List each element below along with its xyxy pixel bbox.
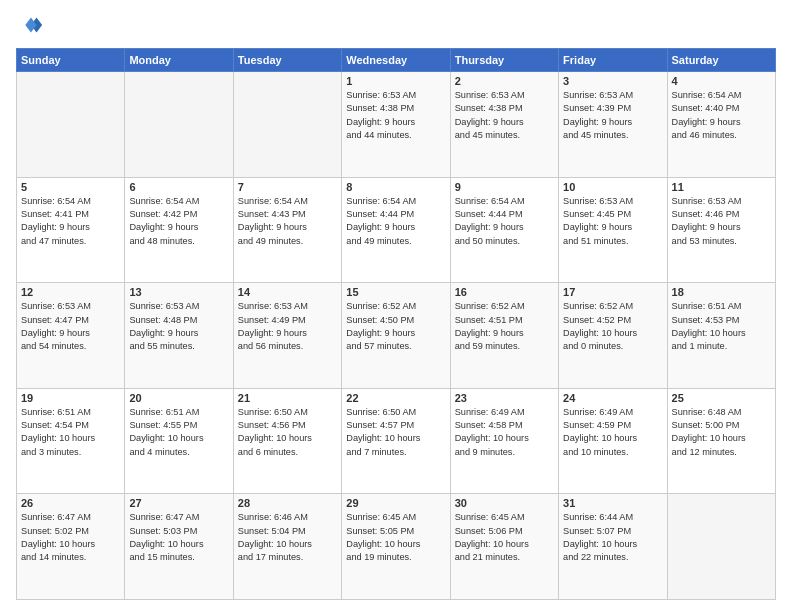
day-info: Sunrise: 6:52 AM Sunset: 4:50 PM Dayligh… xyxy=(346,300,445,353)
calendar-cell: 12Sunrise: 6:53 AM Sunset: 4:47 PM Dayli… xyxy=(17,283,125,389)
calendar-week: 19Sunrise: 6:51 AM Sunset: 4:54 PM Dayli… xyxy=(17,388,776,494)
weekday-header: Sunday xyxy=(17,49,125,72)
calendar-cell: 30Sunrise: 6:45 AM Sunset: 5:06 PM Dayli… xyxy=(450,494,558,600)
day-info: Sunrise: 6:53 AM Sunset: 4:47 PM Dayligh… xyxy=(21,300,120,353)
day-info: Sunrise: 6:53 AM Sunset: 4:45 PM Dayligh… xyxy=(563,195,662,248)
weekday-header: Monday xyxy=(125,49,233,72)
calendar-cell: 16Sunrise: 6:52 AM Sunset: 4:51 PM Dayli… xyxy=(450,283,558,389)
weekday-header: Thursday xyxy=(450,49,558,72)
day-number: 7 xyxy=(238,181,337,193)
day-info: Sunrise: 6:53 AM Sunset: 4:49 PM Dayligh… xyxy=(238,300,337,353)
calendar-cell: 19Sunrise: 6:51 AM Sunset: 4:54 PM Dayli… xyxy=(17,388,125,494)
day-info: Sunrise: 6:53 AM Sunset: 4:38 PM Dayligh… xyxy=(455,89,554,142)
day-info: Sunrise: 6:53 AM Sunset: 4:39 PM Dayligh… xyxy=(563,89,662,142)
calendar-week: 26Sunrise: 6:47 AM Sunset: 5:02 PM Dayli… xyxy=(17,494,776,600)
calendar-cell: 25Sunrise: 6:48 AM Sunset: 5:00 PM Dayli… xyxy=(667,388,775,494)
day-info: Sunrise: 6:51 AM Sunset: 4:55 PM Dayligh… xyxy=(129,406,228,459)
day-number: 6 xyxy=(129,181,228,193)
logo-icon xyxy=(16,12,44,40)
calendar-cell: 17Sunrise: 6:52 AM Sunset: 4:52 PM Dayli… xyxy=(559,283,667,389)
day-number: 24 xyxy=(563,392,662,404)
day-info: Sunrise: 6:49 AM Sunset: 4:58 PM Dayligh… xyxy=(455,406,554,459)
day-number: 29 xyxy=(346,497,445,509)
header xyxy=(16,12,776,40)
day-info: Sunrise: 6:54 AM Sunset: 4:40 PM Dayligh… xyxy=(672,89,771,142)
calendar-cell xyxy=(667,494,775,600)
day-info: Sunrise: 6:52 AM Sunset: 4:51 PM Dayligh… xyxy=(455,300,554,353)
day-number: 21 xyxy=(238,392,337,404)
weekday-header: Friday xyxy=(559,49,667,72)
calendar-cell: 24Sunrise: 6:49 AM Sunset: 4:59 PM Dayli… xyxy=(559,388,667,494)
day-info: Sunrise: 6:54 AM Sunset: 4:41 PM Dayligh… xyxy=(21,195,120,248)
calendar-cell: 29Sunrise: 6:45 AM Sunset: 5:05 PM Dayli… xyxy=(342,494,450,600)
day-number: 9 xyxy=(455,181,554,193)
weekday-header: Tuesday xyxy=(233,49,341,72)
calendar-table: SundayMondayTuesdayWednesdayThursdayFrid… xyxy=(16,48,776,600)
day-number: 28 xyxy=(238,497,337,509)
day-number: 18 xyxy=(672,286,771,298)
day-number: 19 xyxy=(21,392,120,404)
calendar-cell: 27Sunrise: 6:47 AM Sunset: 5:03 PM Dayli… xyxy=(125,494,233,600)
day-info: Sunrise: 6:53 AM Sunset: 4:38 PM Dayligh… xyxy=(346,89,445,142)
calendar-cell: 1Sunrise: 6:53 AM Sunset: 4:38 PM Daylig… xyxy=(342,72,450,178)
day-number: 31 xyxy=(563,497,662,509)
calendar-cell: 5Sunrise: 6:54 AM Sunset: 4:41 PM Daylig… xyxy=(17,177,125,283)
calendar-cell: 9Sunrise: 6:54 AM Sunset: 4:44 PM Daylig… xyxy=(450,177,558,283)
day-number: 13 xyxy=(129,286,228,298)
svg-marker-1 xyxy=(25,18,36,33)
day-number: 17 xyxy=(563,286,662,298)
day-number: 25 xyxy=(672,392,771,404)
weekday-row: SundayMondayTuesdayWednesdayThursdayFrid… xyxy=(17,49,776,72)
day-info: Sunrise: 6:46 AM Sunset: 5:04 PM Dayligh… xyxy=(238,511,337,564)
day-info: Sunrise: 6:50 AM Sunset: 4:56 PM Dayligh… xyxy=(238,406,337,459)
calendar-week: 1Sunrise: 6:53 AM Sunset: 4:38 PM Daylig… xyxy=(17,72,776,178)
calendar-cell: 18Sunrise: 6:51 AM Sunset: 4:53 PM Dayli… xyxy=(667,283,775,389)
calendar-cell: 26Sunrise: 6:47 AM Sunset: 5:02 PM Dayli… xyxy=(17,494,125,600)
day-number: 26 xyxy=(21,497,120,509)
calendar-cell: 23Sunrise: 6:49 AM Sunset: 4:58 PM Dayli… xyxy=(450,388,558,494)
day-info: Sunrise: 6:54 AM Sunset: 4:43 PM Dayligh… xyxy=(238,195,337,248)
day-number: 5 xyxy=(21,181,120,193)
calendar-body: 1Sunrise: 6:53 AM Sunset: 4:38 PM Daylig… xyxy=(17,72,776,600)
day-info: Sunrise: 6:47 AM Sunset: 5:02 PM Dayligh… xyxy=(21,511,120,564)
weekday-header: Saturday xyxy=(667,49,775,72)
day-info: Sunrise: 6:54 AM Sunset: 4:44 PM Dayligh… xyxy=(455,195,554,248)
calendar-cell: 2Sunrise: 6:53 AM Sunset: 4:38 PM Daylig… xyxy=(450,72,558,178)
calendar-cell: 21Sunrise: 6:50 AM Sunset: 4:56 PM Dayli… xyxy=(233,388,341,494)
calendar-cell: 3Sunrise: 6:53 AM Sunset: 4:39 PM Daylig… xyxy=(559,72,667,178)
calendar-cell: 4Sunrise: 6:54 AM Sunset: 4:40 PM Daylig… xyxy=(667,72,775,178)
calendar-cell: 8Sunrise: 6:54 AM Sunset: 4:44 PM Daylig… xyxy=(342,177,450,283)
day-number: 27 xyxy=(129,497,228,509)
day-info: Sunrise: 6:50 AM Sunset: 4:57 PM Dayligh… xyxy=(346,406,445,459)
day-number: 30 xyxy=(455,497,554,509)
day-info: Sunrise: 6:45 AM Sunset: 5:06 PM Dayligh… xyxy=(455,511,554,564)
calendar-cell: 10Sunrise: 6:53 AM Sunset: 4:45 PM Dayli… xyxy=(559,177,667,283)
day-info: Sunrise: 6:54 AM Sunset: 4:42 PM Dayligh… xyxy=(129,195,228,248)
day-number: 11 xyxy=(672,181,771,193)
day-info: Sunrise: 6:49 AM Sunset: 4:59 PM Dayligh… xyxy=(563,406,662,459)
calendar-cell: 6Sunrise: 6:54 AM Sunset: 4:42 PM Daylig… xyxy=(125,177,233,283)
calendar-week: 5Sunrise: 6:54 AM Sunset: 4:41 PM Daylig… xyxy=(17,177,776,283)
day-info: Sunrise: 6:53 AM Sunset: 4:48 PM Dayligh… xyxy=(129,300,228,353)
day-info: Sunrise: 6:52 AM Sunset: 4:52 PM Dayligh… xyxy=(563,300,662,353)
day-number: 16 xyxy=(455,286,554,298)
day-number: 15 xyxy=(346,286,445,298)
weekday-header: Wednesday xyxy=(342,49,450,72)
logo xyxy=(16,12,48,40)
day-number: 3 xyxy=(563,75,662,87)
calendar-cell xyxy=(125,72,233,178)
calendar-cell: 15Sunrise: 6:52 AM Sunset: 4:50 PM Dayli… xyxy=(342,283,450,389)
day-number: 20 xyxy=(129,392,228,404)
calendar-cell: 14Sunrise: 6:53 AM Sunset: 4:49 PM Dayli… xyxy=(233,283,341,389)
day-info: Sunrise: 6:51 AM Sunset: 4:54 PM Dayligh… xyxy=(21,406,120,459)
day-number: 2 xyxy=(455,75,554,87)
calendar-cell xyxy=(233,72,341,178)
calendar-cell: 20Sunrise: 6:51 AM Sunset: 4:55 PM Dayli… xyxy=(125,388,233,494)
page: SundayMondayTuesdayWednesdayThursdayFrid… xyxy=(0,0,792,612)
day-number: 1 xyxy=(346,75,445,87)
day-info: Sunrise: 6:53 AM Sunset: 4:46 PM Dayligh… xyxy=(672,195,771,248)
day-number: 4 xyxy=(672,75,771,87)
day-info: Sunrise: 6:44 AM Sunset: 5:07 PM Dayligh… xyxy=(563,511,662,564)
day-info: Sunrise: 6:51 AM Sunset: 4:53 PM Dayligh… xyxy=(672,300,771,353)
day-number: 14 xyxy=(238,286,337,298)
